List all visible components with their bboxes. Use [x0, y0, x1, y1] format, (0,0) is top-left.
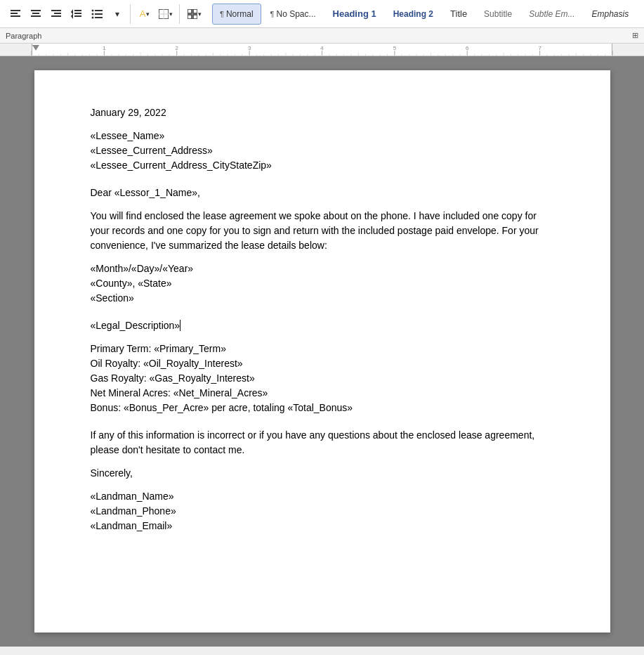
landman-phone-line: «Landman_Phone» [91, 504, 554, 519]
style-intense-e[interactable]: Intense E... [638, 4, 644, 25]
ruler: 1234567 [0, 44, 644, 56]
salutation-line: Dear «Lessor_1_Name», [91, 186, 554, 200]
body-paragraph-1: You will find enclosed the lease agreeme… [91, 209, 554, 253]
lessee-address-line: «Lessee_Current_Address» [91, 143, 554, 158]
svg-text:4: 4 [320, 45, 324, 51]
svg-text:1: 1 [103, 45, 106, 51]
svg-rect-15 [95, 13, 103, 15]
view-options-btn[interactable]: ▾ [184, 4, 205, 24]
gas-royalty-line: Gas Royalty: «Gas_Royalty_Interest» [91, 371, 554, 386]
para-mark-nospace: ¶ [270, 10, 275, 18]
svg-text:5: 5 [393, 45, 397, 51]
style-heading2[interactable]: Heading 2 [386, 4, 441, 25]
svg-marker-13 [71, 13, 73, 19]
svg-rect-9 [74, 10, 81, 11]
svg-rect-23 [188, 9, 192, 13]
svg-rect-10 [74, 13, 81, 14]
svg-rect-3 [31, 10, 41, 11]
address-block: «Lessee_Name» «Lessee_Current_Address» «… [91, 129, 554, 173]
style-subtle-em[interactable]: Subtle Em... [521, 4, 582, 25]
style-emphasis[interactable]: Emphasis [584, 4, 637, 25]
highlight-btn[interactable]: A ▾ [135, 4, 155, 24]
svg-point-19 [92, 16, 94, 18]
lessee-name-line: «Lessee_Name» [91, 129, 554, 143]
svg-point-18 [92, 13, 94, 15]
section-line: «Section» [91, 291, 554, 306]
oil-royalty-line: Oil Royalty: «Oil_Royalty_Interest» [91, 356, 554, 371]
ruler-ticks-svg: 1234567 [0, 44, 644, 56]
landman-name-line: «Landman_Name» [91, 489, 554, 504]
svg-rect-11 [74, 15, 81, 17]
list-options-btn[interactable]: ▾ [107, 4, 127, 24]
paragraph-expand-btn[interactable]: ⊞ [632, 31, 638, 40]
svg-rect-0 [11, 10, 20, 11]
view-group: ▾ [181, 4, 208, 24]
svg-rect-24 [193, 9, 197, 13]
landman-email-line: «Landman_Email» [91, 519, 554, 533]
svg-rect-2 [11, 15, 20, 17]
para-mark-normal: ¶ [220, 10, 224, 18]
county-state-line: «County», «State» [91, 276, 554, 291]
month-day-year-line: «Month»/«Day»/«Year» [91, 261, 554, 276]
list-btn[interactable] [87, 4, 107, 24]
document-page[interactable]: January 29, 2022 «Lessee_Name» «Lessee_C… [34, 70, 610, 633]
svg-rect-14 [95, 10, 103, 11]
style-subtitle[interactable]: Subtitle [476, 4, 520, 25]
svg-text:7: 7 [538, 45, 541, 51]
svg-rect-26 [193, 15, 197, 19]
bonus-line: Bonus: «Bonus_Per_Acre» per acre, totali… [91, 401, 554, 415]
line-spacing-btn[interactable] [67, 4, 86, 24]
sincerely-line: Sincerely, [91, 466, 554, 481]
borders-btn[interactable]: ▾ [155, 4, 176, 24]
style-title[interactable]: Title [442, 4, 475, 25]
primary-term-line: Primary Term: «Primary_Term» [91, 342, 554, 356]
doc-area[interactable]: January 29, 2022 «Lessee_Name» «Lessee_C… [0, 56, 644, 647]
signature-block: «Landman_Name» «Landman_Phone» «Landman_… [91, 489, 554, 533]
svg-rect-25 [188, 15, 192, 19]
net-mineral-line: Net Mineral Acres: «Net_Mineral_Acres» [91, 386, 554, 401]
svg-rect-5 [31, 15, 41, 17]
svg-text:2: 2 [176, 45, 179, 51]
svg-rect-4 [32, 13, 39, 14]
date-line: January 29, 2022 [91, 105, 554, 120]
svg-rect-16 [95, 17, 103, 18]
highlight-group: A ▾ ▾ [132, 4, 180, 24]
lessee-city-state-zip-line: «Lessee_Current_Address_CityStateZip» [91, 158, 554, 173]
legal-description-line: «Legal_Description» [91, 318, 554, 333]
svg-rect-1 [11, 13, 18, 14]
svg-rect-6 [51, 10, 61, 11]
style-heading1[interactable]: Heading 1 [325, 4, 384, 25]
svg-text:6: 6 [466, 45, 469, 51]
paragraph-label-bar: Paragraph ⊞ [0, 28, 644, 44]
lease-details-block: «Month»/«Day»/«Year» «County», «State» «… [91, 261, 554, 306]
paragraph-label: Paragraph [6, 32, 41, 40]
style-normal[interactable]: ¶ Normal [212, 4, 261, 25]
svg-rect-7 [54, 13, 61, 14]
paragraph-toolbar: ▾ A ▾ ▾ ▾ ¶ Normal ¶ No Spac... Heading … [0, 0, 644, 28]
svg-rect-8 [51, 15, 61, 17]
paragraph-group: ▾ [3, 4, 131, 24]
style-no-space[interactable]: ¶ No Spac... [263, 4, 324, 25]
body-paragraph-2: If any of this information is incorrect … [91, 428, 554, 458]
svg-text:3: 3 [248, 45, 251, 51]
lease-terms-block: Primary Term: «Primary_Term» Oil Royalty… [91, 342, 554, 415]
align-center-btn[interactable] [26, 4, 46, 24]
align-left-btn[interactable] [6, 4, 25, 24]
align-right-btn[interactable] [46, 4, 66, 24]
svg-point-17 [92, 9, 94, 11]
